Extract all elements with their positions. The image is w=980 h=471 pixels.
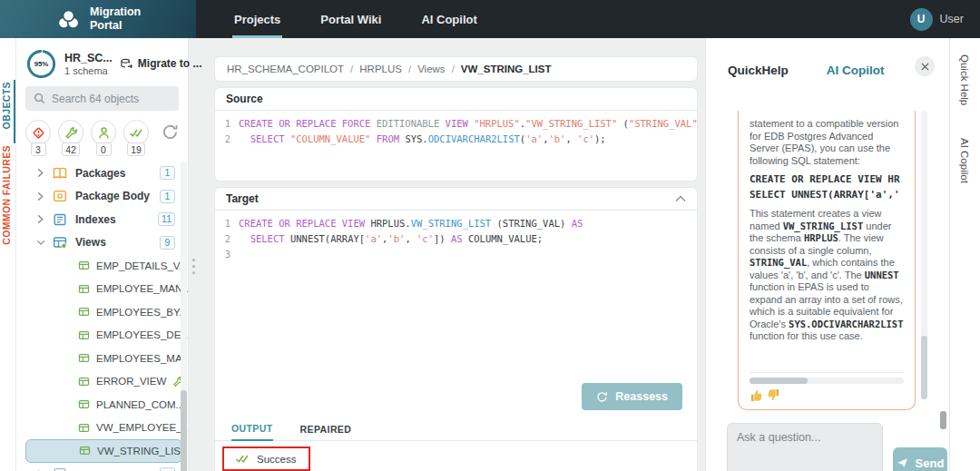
failure-count: 3 xyxy=(31,142,46,156)
filter-row: 3 42 0 xyxy=(25,120,179,158)
quickhelp-panel: QuickHelp AI Copilot statement to a comp… xyxy=(705,38,949,471)
resize-handle[interactable] xyxy=(191,257,197,276)
tree-item-packages[interactable]: Packages 1 xyxy=(16,162,188,185)
view-icon xyxy=(78,353,90,363)
tree-item-partial[interactable] xyxy=(16,463,188,471)
tab-repaired[interactable]: REPAIRED xyxy=(300,424,352,440)
tree-item-label: EMPLOYEES_MA... xyxy=(96,353,188,364)
count-badge: 9 xyxy=(160,236,175,250)
wrench-icon xyxy=(58,120,83,145)
refresh-icon xyxy=(596,391,608,403)
manual-count: 0 xyxy=(96,142,112,156)
tree-item-view[interactable]: EMPLOYEES_BY... xyxy=(16,300,188,324)
panel-scrollbar-thumb[interactable] xyxy=(940,411,946,429)
question-input[interactable] xyxy=(727,423,883,471)
tree-item-view[interactable]: EMPLOYEE_MAN... xyxy=(16,278,188,301)
tab-quickhelp[interactable]: QuickHelp xyxy=(728,64,789,77)
breadcrumb-type[interactable]: Views xyxy=(417,64,445,74)
rail-tab-common-failures[interactable]: COMMON FAILURES xyxy=(1,145,12,245)
tree-item-view[interactable]: ERROR_VIEW xyxy=(16,370,188,394)
nav-tab-projects[interactable]: Projects xyxy=(214,0,300,38)
collapse-chevron-icon[interactable] xyxy=(675,195,686,202)
chevron-down-icon xyxy=(36,239,44,246)
filter-manual[interactable]: 0 xyxy=(91,120,116,156)
tree-item-view[interactable]: PLANNED_COM... xyxy=(16,393,188,417)
sidebar: 95% HR_SC... 1 schema Migrate to ... xyxy=(16,38,189,471)
project-name: HR_SC... xyxy=(64,52,113,64)
send-button[interactable]: Send xyxy=(893,447,947,471)
chevron-right-icon xyxy=(36,168,44,178)
project-schemas: 1 schema xyxy=(64,65,113,76)
chevron-right-icon xyxy=(36,191,44,201)
refresh-icon[interactable] xyxy=(162,123,179,141)
views-icon xyxy=(53,236,67,249)
scrollbar-thumb[interactable] xyxy=(750,378,808,384)
view-icon xyxy=(78,423,90,433)
target-panel: Target 1CREATE OR REPLACE VIEW HRPLUS.VW… xyxy=(214,187,698,471)
search-box xyxy=(25,86,179,111)
ai-message: statement to a compatible version for ED… xyxy=(738,111,916,410)
view-icon xyxy=(78,377,90,387)
filter-success[interactable]: 19 xyxy=(123,120,149,156)
chat-scrollbar-thumb[interactable] xyxy=(921,336,927,399)
failure-diamond-icon xyxy=(25,120,51,145)
tab-ai-copilot[interactable]: AI Copilot xyxy=(827,64,885,77)
filter-repaired[interactable]: 42 xyxy=(58,120,83,156)
count-badge: 1 xyxy=(160,190,175,203)
output-result-area: Success xyxy=(215,441,697,471)
tree-item-label: EMPLOYEE_MAN... xyxy=(96,283,188,294)
tree-item-view[interactable]: VW_EMPLOYEE_... xyxy=(16,417,188,440)
right-rail: Quick Help AI Copilot xyxy=(949,38,980,471)
sidebar-scrollbar[interactable] xyxy=(181,162,187,471)
reassess-button[interactable]: Reassess xyxy=(582,383,682,410)
object-icon xyxy=(53,467,67,471)
object-tree: Packages 1 Package Body 1 Indexes 11 Vie… xyxy=(16,162,188,471)
nav-tab-portal-wiki[interactable]: Portal Wiki xyxy=(300,0,401,38)
active-rail-indicator xyxy=(14,80,16,143)
thumbs-down-icon[interactable] xyxy=(767,388,780,402)
rail-tab-quick-help[interactable]: Quick Help xyxy=(959,54,970,105)
package-icon xyxy=(53,167,67,180)
tab-output[interactable]: OUTPUT xyxy=(231,423,273,441)
source-code-editor: 1CREATE OR REPLACE FORCE EDITIONABLE VIE… xyxy=(215,111,697,146)
chevron-right-icon xyxy=(36,214,44,224)
tree-item-label: Indexes xyxy=(75,213,116,226)
tree-item-view[interactable]: EMPLOYEES_DE... xyxy=(16,324,188,348)
tree-item-label: Package Body xyxy=(75,190,150,202)
svg-text:95%: 95% xyxy=(34,60,49,68)
chat-scrollbar[interactable] xyxy=(921,111,927,399)
thumbs-up-icon[interactable] xyxy=(750,388,763,402)
breadcrumb-schema[interactable]: HRPLUS xyxy=(359,64,402,74)
main-content: HR_SCHEMA_COPILOT / HRPLUS / Views / VW_… xyxy=(207,38,705,471)
code-horizontal-scrollbar[interactable] xyxy=(750,378,904,384)
tree-item-label: VW_STRING_LIST xyxy=(97,446,187,456)
avatar[interactable]: U xyxy=(910,8,933,31)
filter-failures[interactable]: 3 xyxy=(25,120,51,156)
status-badge: Success xyxy=(257,454,296,465)
tree-item-indexes[interactable]: Indexes 11 xyxy=(16,208,188,231)
count-badge: 11 xyxy=(158,212,175,226)
search-input[interactable] xyxy=(52,93,171,105)
send-icon xyxy=(897,457,908,468)
tree-item-view[interactable]: EMPLOYEES_MA... xyxy=(16,347,188,370)
breadcrumb-project[interactable]: HR_SCHEMA_COPILOT xyxy=(227,64,344,74)
tree-item-label: EMPLOYEES_DE... xyxy=(96,329,188,340)
highlight-box: Success xyxy=(222,446,310,471)
user-area[interactable]: U User xyxy=(910,0,980,38)
progress-ring: 95% xyxy=(25,48,57,80)
close-icon[interactable] xyxy=(915,56,935,76)
search-icon xyxy=(34,93,45,104)
tree-item-views[interactable]: Views 9 xyxy=(16,231,188,255)
tree-item-label: ERROR_VIEW xyxy=(96,376,166,387)
sidebar-scrollbar-thumb[interactable] xyxy=(181,390,187,471)
source-panel-title: Source xyxy=(215,88,697,111)
target-code-editor[interactable]: 1CREATE OR REPLACE VIEW HRPLUS.VW_STRING… xyxy=(215,211,697,383)
nav-tab-ai-copilot[interactable]: AI Copilot xyxy=(401,0,496,38)
repaired-count: 42 xyxy=(62,142,80,156)
tree-item-package-body[interactable]: Package Body 1 xyxy=(16,185,188,209)
migrate-button[interactable]: Migrate to ... xyxy=(120,57,202,70)
tree-item-view[interactable]: EMP_DETAILS_V... xyxy=(16,254,188,278)
rail-tab-objects[interactable]: OBJECTS xyxy=(1,82,12,129)
rail-tab-ai-copilot[interactable]: AI Copilot xyxy=(959,138,970,183)
tree-item-vw-string-list-selected[interactable]: VW_STRING_LIST xyxy=(25,439,182,463)
